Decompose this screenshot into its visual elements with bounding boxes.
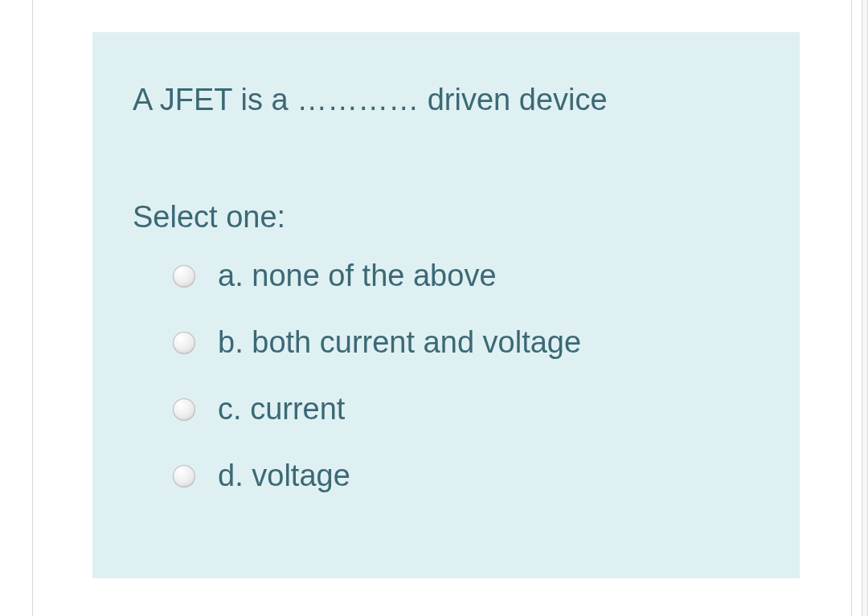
option-label[interactable]: a. none of the above (218, 259, 497, 293)
question-card: A JFET is a ………… driven device Select on… (92, 32, 800, 578)
radio-icon[interactable] (173, 332, 195, 354)
radio-icon[interactable] (173, 265, 195, 288)
option-letter: c. (218, 392, 242, 426)
option-letter: d. (218, 459, 244, 492)
scrollbar-track[interactable] (862, 0, 868, 616)
option-letter: b. (218, 325, 244, 359)
option-d[interactable]: d. voltage (173, 459, 760, 493)
option-label[interactable]: c. current (218, 392, 345, 426)
option-a[interactable]: a. none of the above (173, 259, 760, 293)
option-text: both current and voltage (252, 325, 581, 359)
option-c[interactable]: c. current (173, 392, 760, 426)
select-one-label: Select one: (133, 200, 760, 235)
options-group: a. none of the above b. both current and… (133, 259, 760, 493)
option-b[interactable]: b. both current and voltage (173, 325, 760, 360)
option-text: none of the above (252, 259, 496, 292)
radio-icon[interactable] (173, 465, 195, 487)
option-label[interactable]: b. both current and voltage (218, 325, 581, 360)
option-label[interactable]: d. voltage (218, 459, 350, 493)
option-text: voltage (252, 459, 350, 492)
option-text: current (250, 392, 345, 426)
question-text: A JFET is a ………… driven device (133, 80, 760, 120)
radio-icon[interactable] (173, 398, 195, 421)
option-letter: a. (218, 259, 244, 292)
